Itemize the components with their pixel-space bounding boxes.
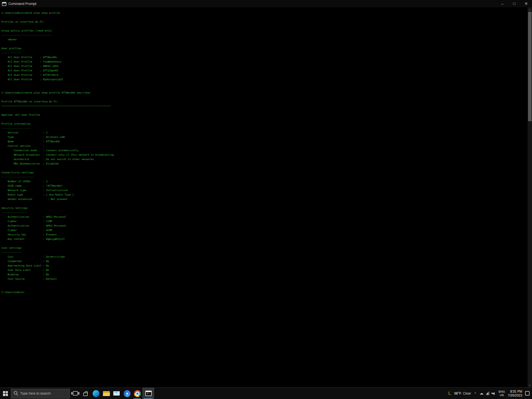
close-button[interactable]: ✕ — [520, 0, 532, 7]
action-center-icon[interactable] — [525, 391, 530, 396]
microsoft-edge-icon — [93, 390, 100, 397]
language-line1: ENG — [499, 390, 505, 394]
taskbar-search[interactable] — [11, 389, 70, 399]
volume-icon[interactable] — [492, 392, 496, 396]
scrollbar-thumb[interactable] — [528, 12, 532, 121]
clock-time: 8:51 PM — [510, 390, 522, 394]
language-indicator[interactable]: ENG US — [499, 390, 505, 397]
desktop: Command Prompt – □ ✕ C:\Users\kebin>nets… — [0, 0, 532, 399]
show-hidden-icons-button[interactable]: ^ — [474, 392, 476, 395]
command-prompt-window: Command Prompt – □ ✕ C:\Users\kebin>nets… — [0, 0, 532, 387]
microsoft-store-icon — [83, 393, 88, 396]
photos-icon — [124, 390, 131, 397]
weather-widget[interactable]: ☾ 98°F Clear — [448, 391, 471, 396]
scroll-down-arrow-icon[interactable]: ▼ — [528, 383, 532, 387]
command-prompt-icon — [145, 391, 152, 396]
minimize-button[interactable]: – — [497, 0, 508, 7]
windows-logo-icon — [3, 391, 8, 396]
tray-icons: ☁ — [480, 392, 496, 396]
moon-icon: ☾ — [447, 390, 454, 397]
taskbar-app-microsoft-edge[interactable] — [91, 388, 101, 399]
taskbar-app-google-chrome[interactable] — [132, 388, 142, 399]
language-line2: US — [499, 394, 503, 397]
window-title: Command Prompt — [8, 2, 36, 5]
taskbar-app-microsoft-store[interactable] — [80, 388, 91, 399]
system-tray: ☾ 98°F Clear ^ ☁ ENG US 8:51 PM 7/29/202… — [448, 388, 532, 399]
console-output[interactable]: C:\Users\kebin>netsh wlan show profile P… — [1, 7, 527, 387]
command-prompt-icon — [2, 2, 6, 6]
window-controls: – □ ✕ — [497, 0, 532, 7]
scrollbar[interactable]: ▲ ▼ — [528, 7, 532, 387]
taskbar-app-file-explorer[interactable] — [101, 388, 111, 399]
search-icon — [14, 391, 18, 396]
network-signal-icon[interactable] — [486, 392, 490, 395]
mail-icon — [113, 391, 120, 396]
taskbar-clock[interactable]: 8:51 PM 7/29/2023 — [508, 390, 522, 398]
taskbar-app-photos[interactable] — [122, 388, 132, 399]
weather-condition: Clear — [463, 392, 471, 395]
scroll-up-arrow-icon[interactable]: ▲ — [528, 7, 532, 11]
start-button[interactable] — [0, 388, 11, 399]
clock-date: 7/29/2023 — [508, 394, 522, 398]
maximize-button[interactable]: □ — [508, 0, 520, 7]
taskbar: ☾ 98°F Clear ^ ☁ ENG US 8:51 PM 7/29/202… — [0, 387, 532, 399]
file-explorer-icon — [103, 391, 110, 396]
weather-temperature: 98°F — [454, 392, 462, 395]
google-chrome-icon — [134, 390, 141, 397]
onedrive-cloud-icon[interactable]: ☁ — [480, 392, 484, 396]
taskbar-app-command-prompt[interactable] — [142, 388, 154, 399]
task-view-icon — [73, 391, 78, 396]
taskbar-app-mail[interactable] — [111, 388, 122, 399]
search-input[interactable] — [20, 392, 67, 395]
task-view-button[interactable] — [70, 388, 80, 399]
titlebar[interactable]: Command Prompt – □ ✕ — [0, 0, 532, 7]
